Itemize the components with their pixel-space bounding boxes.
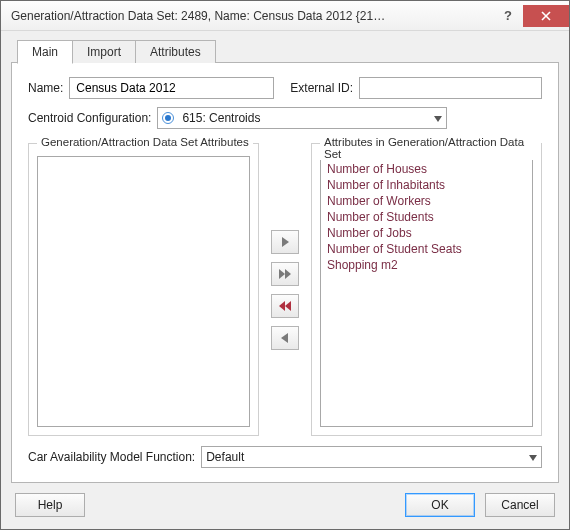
tab-main[interactable]: Main <box>17 40 73 64</box>
radio-icon <box>162 112 174 124</box>
name-label: Name: <box>28 81 63 95</box>
list-item[interactable]: Number of Workers <box>327 193 526 209</box>
transfer-buttons <box>267 143 303 436</box>
chevron-down-icon <box>529 450 537 464</box>
dialog-footer: Help OK Cancel <box>11 483 559 519</box>
selected-attributes-list[interactable]: Number of HousesNumber of InhabitantsNum… <box>320 156 533 427</box>
list-item[interactable]: Number of Houses <box>327 161 526 177</box>
list-item[interactable]: Number of Inhabitants <box>327 177 526 193</box>
centroid-config-label: Centroid Configuration: <box>28 111 151 125</box>
list-item[interactable]: Number of Jobs <box>327 225 526 241</box>
centroid-config-combobox[interactable]: 615: Centroids <box>157 107 447 129</box>
chevron-down-icon <box>434 111 442 125</box>
title-bar: Generation/Attraction Data Set: 2489, Na… <box>1 1 569 31</box>
list-item[interactable]: Number of Students <box>327 209 526 225</box>
svg-marker-7 <box>279 301 285 311</box>
available-attributes-list[interactable] <box>37 156 250 427</box>
arrow-right-icon <box>278 236 292 248</box>
groupbox-available-title: Generation/Attraction Data Set Attribute… <box>37 136 253 148</box>
list-item[interactable]: Shopping m2 <box>327 257 526 273</box>
list-item[interactable]: Number of Student Seats <box>327 241 526 257</box>
external-id-input[interactable] <box>359 77 542 99</box>
double-arrow-right-icon <box>278 268 292 280</box>
external-id-label: External ID: <box>290 81 353 95</box>
double-arrow-left-icon <box>278 300 292 312</box>
svg-marker-8 <box>281 333 288 343</box>
close-button[interactable] <box>523 5 569 27</box>
ok-button[interactable]: OK <box>405 493 475 517</box>
name-input[interactable] <box>69 77 274 99</box>
tab-attributes[interactable]: Attributes <box>135 40 216 63</box>
cancel-button[interactable]: Cancel <box>485 493 555 517</box>
car-availability-value: Default <box>206 450 523 464</box>
tab-import[interactable]: Import <box>72 40 136 63</box>
arrow-left-icon <box>278 332 292 344</box>
car-availability-label: Car Availability Model Function: <box>28 450 195 464</box>
help-button[interactable]: Help <box>15 493 85 517</box>
car-availability-combobox[interactable]: Default <box>201 446 542 468</box>
dual-list-area: Generation/Attraction Data Set Attribute… <box>28 143 542 436</box>
svg-marker-5 <box>285 269 291 279</box>
svg-marker-2 <box>434 116 442 122</box>
groupbox-available-attributes: Generation/Attraction Data Set Attribute… <box>28 143 259 436</box>
row-name-externalid: Name: External ID: <box>28 77 542 99</box>
help-titlebar-button[interactable]: ? <box>493 5 523 27</box>
move-right-button[interactable] <box>271 230 299 254</box>
close-icon <box>541 11 551 21</box>
tab-panel-main: Name: External ID: Centroid Configuratio… <box>11 62 559 483</box>
dialog-body: Main Import Attributes Name: External ID… <box>1 31 569 529</box>
svg-marker-9 <box>529 455 537 461</box>
move-all-right-button[interactable] <box>271 262 299 286</box>
svg-marker-6 <box>285 301 291 311</box>
move-left-button[interactable] <box>271 326 299 350</box>
tab-strip: Main Import Attributes <box>17 39 559 63</box>
svg-marker-3 <box>282 237 289 247</box>
groupbox-selected-attributes: Attributes in Generation/Attraction Data… <box>311 143 542 436</box>
centroid-config-value: 615: Centroids <box>182 111 428 125</box>
window-title: Generation/Attraction Data Set: 2489, Na… <box>11 9 493 23</box>
row-car-availability: Car Availability Model Function: Default <box>28 446 542 468</box>
groupbox-selected-title: Attributes in Generation/Attraction Data… <box>320 136 541 160</box>
dialog-window: Generation/Attraction Data Set: 2489, Na… <box>0 0 570 530</box>
move-all-left-button[interactable] <box>271 294 299 318</box>
row-centroid: Centroid Configuration: 615: Centroids <box>28 107 542 129</box>
svg-marker-4 <box>279 269 285 279</box>
